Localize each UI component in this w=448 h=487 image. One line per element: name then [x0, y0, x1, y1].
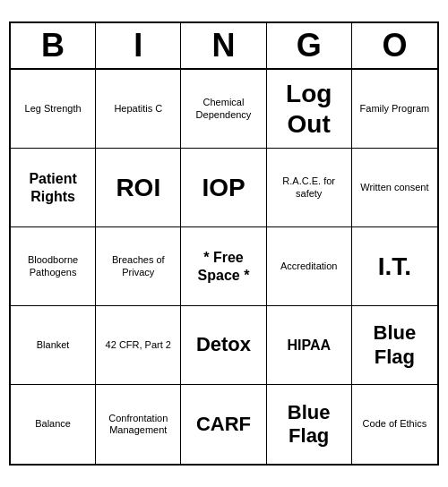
cell-text: Patient Rights: [14, 170, 91, 204]
bingo-cell: Log Out: [267, 70, 352, 149]
cell-text: ROI: [116, 173, 160, 203]
cell-text: Written consent: [360, 182, 428, 193]
cell-text: IOP: [202, 173, 245, 203]
cell-text: 42 CFR, Part 2: [106, 339, 171, 351]
cell-text: R.A.C.E. for safety: [271, 175, 348, 199]
cell-text: Blanket: [37, 339, 70, 351]
bingo-cell: 42 CFR, Part 2: [96, 306, 181, 385]
header-letter: O: [352, 23, 437, 68]
cell-text: Leg Strength: [25, 103, 82, 115]
bingo-cell: Family Program: [352, 70, 437, 149]
cell-text: CARF: [196, 413, 251, 436]
header-letter: N: [181, 23, 266, 68]
bingo-cell: Detox: [181, 306, 266, 385]
cell-text: Log Out: [271, 79, 348, 139]
cell-text: Accreditation: [280, 261, 338, 272]
bingo-cell: IOP: [181, 149, 266, 227]
bingo-cell: Patient Rights: [11, 149, 96, 227]
bingo-cell: R.A.C.E. for safety: [267, 149, 352, 227]
cell-text: Balance: [35, 418, 71, 430]
bingo-cell: Breaches of Privacy: [96, 227, 181, 306]
cell-text: Bloodborne Pathogens: [14, 254, 91, 278]
cell-text: Blue Flag: [356, 321, 434, 369]
cell-text: Confrontation Management: [99, 413, 177, 436]
cell-text: Detox: [196, 333, 251, 356]
bingo-cell: * Free Space *: [181, 227, 266, 306]
header-letter: I: [96, 23, 181, 68]
bingo-grid: Leg StrengthHepatitis CChemical Dependen…: [11, 70, 437, 464]
bingo-cell: Hepatitis C: [96, 70, 181, 149]
bingo-cell: Blue Flag: [267, 385, 352, 464]
cell-text: Chemical Dependency: [185, 97, 262, 120]
cell-text: Breaches of Privacy: [99, 254, 177, 278]
cell-text: Code of Ethics: [363, 418, 427, 430]
cell-text: Hepatitis C: [114, 103, 162, 115]
bingo-cell: Confrontation Management: [96, 385, 181, 464]
cell-text: * Free Space *: [185, 249, 262, 283]
bingo-cell: Balance: [11, 385, 96, 464]
bingo-cell: Code of Ethics: [352, 385, 437, 464]
bingo-cell: ROI: [96, 149, 181, 227]
header-letter: B: [11, 23, 96, 68]
bingo-cell: Leg Strength: [11, 70, 96, 149]
cell-text: Blue Flag: [271, 401, 348, 449]
bingo-cell: Blanket: [11, 306, 96, 385]
cell-text: Family Program: [360, 103, 430, 115]
bingo-cell: CARF: [181, 385, 266, 464]
header-letter: G: [267, 23, 352, 68]
bingo-cell: Chemical Dependency: [181, 70, 266, 149]
cell-text: HIPAA: [287, 337, 331, 354]
bingo-card: BINGO Leg StrengthHepatitis CChemical De…: [9, 21, 439, 466]
bingo-cell: I.T.: [352, 227, 437, 306]
bingo-cell: Accreditation: [267, 227, 352, 306]
bingo-cell: Blue Flag: [352, 306, 437, 385]
bingo-header: BINGO: [11, 23, 437, 70]
bingo-cell: HIPAA: [267, 306, 352, 385]
cell-text: I.T.: [378, 252, 411, 282]
bingo-cell: Written consent: [352, 149, 437, 227]
bingo-cell: Bloodborne Pathogens: [11, 227, 96, 306]
